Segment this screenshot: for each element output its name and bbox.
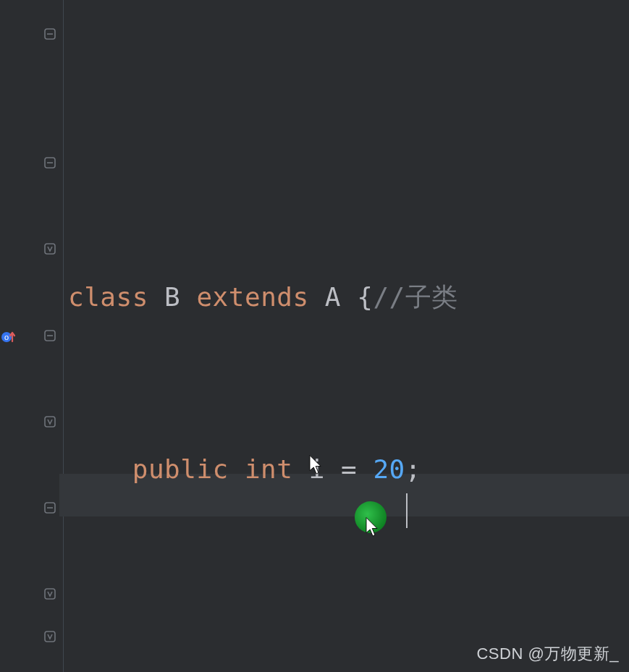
gutter: o	[0, 0, 64, 672]
svg-rect-4	[45, 244, 55, 254]
keyword-int: int	[245, 454, 293, 484]
code-area[interactable]: class B extends A {//子类 public int i = 2…	[64, 0, 629, 672]
fold-close-icon[interactable]	[42, 586, 58, 602]
comment: //子类	[373, 282, 457, 312]
class-name-a: A	[325, 282, 341, 312]
svg-rect-13	[45, 631, 55, 642]
svg-text:o: o	[4, 333, 9, 341]
mouse-cursor-icon	[365, 516, 381, 541]
fold-toggle-icon[interactable]	[42, 328, 58, 344]
code-line[interactable]: class B extends A {//子类	[68, 276, 629, 319]
keyword-public: public	[132, 454, 229, 484]
fold-toggle-icon[interactable]	[42, 26, 58, 42]
fold-toggle-icon[interactable]	[42, 500, 58, 516]
svg-rect-9	[45, 417, 55, 427]
brace-open: {	[357, 282, 373, 312]
keyword-extends: extends	[196, 282, 308, 312]
operator-eq: =	[341, 454, 357, 484]
fold-close-icon[interactable]	[42, 629, 58, 645]
semicolon: ;	[405, 454, 421, 484]
fold-close-icon[interactable]	[42, 414, 58, 430]
number-literal: 20	[373, 454, 405, 484]
watermark-text: CSDN @万物更新_	[476, 643, 619, 665]
text-caret	[406, 493, 408, 528]
keyword-class: class	[68, 282, 148, 312]
code-editor[interactable]: o class B extends A {//子类 public int i =…	[0, 0, 629, 672]
override-method-icon[interactable]: o	[0, 328, 17, 346]
mouse-cursor-icon	[308, 454, 324, 479]
fold-toggle-icon[interactable]	[42, 155, 58, 171]
svg-rect-12	[45, 589, 55, 599]
fold-close-icon[interactable]	[42, 241, 58, 257]
class-name-b: B	[164, 282, 180, 312]
